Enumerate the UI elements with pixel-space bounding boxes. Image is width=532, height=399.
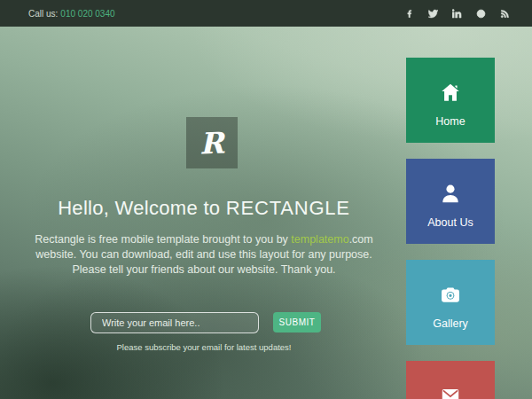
heading-light: Hello, Welcome to xyxy=(58,197,226,219)
home-icon xyxy=(439,81,462,104)
email-input[interactable] xyxy=(90,312,259,333)
twitter-icon[interactable] xyxy=(426,6,441,21)
page: Call us:010 020 0340 R Hello, Welcome to… xyxy=(0,0,532,399)
linkedin-icon[interactable] xyxy=(450,6,465,21)
facebook-icon[interactable] xyxy=(402,6,417,21)
hero-heading: Hello, Welcome to RECTANGLE xyxy=(0,197,408,220)
social-links xyxy=(402,6,512,21)
submit-button[interactable]: SUBMIT xyxy=(273,312,321,332)
sidebar-tile-home[interactable]: Home xyxy=(406,58,495,143)
templatemo-link[interactable]: templatemo xyxy=(291,233,348,246)
subscribe-note: Please subscribe your email for latest u… xyxy=(0,342,408,352)
call-us-label: Call us: xyxy=(28,9,58,19)
sidebar-tile-contact[interactable] xyxy=(406,361,495,399)
logo-letter: R xyxy=(200,125,225,160)
site-logo: R xyxy=(186,117,238,168)
phone-link[interactable]: 010 020 0340 xyxy=(60,9,114,19)
paragraph-text: Rectangle is free mobile template brough… xyxy=(35,233,291,246)
heading-strong: RECTANGLE xyxy=(226,197,350,219)
sidebar-tile-about-us[interactable]: About Us xyxy=(406,159,495,244)
sidebar-tile-label: Gallery xyxy=(433,317,468,331)
call-us: Call us:010 020 0340 xyxy=(28,9,115,19)
sidebar-tile-label: About Us xyxy=(427,216,473,230)
envelope-icon xyxy=(439,384,462,399)
user-icon xyxy=(439,182,462,205)
topbar: Call us:010 020 0340 xyxy=(0,0,532,27)
rss-icon[interactable] xyxy=(497,6,512,21)
hero-paragraph: Rectangle is free mobile template brough… xyxy=(22,232,386,278)
sidebar-tile-gallery[interactable]: Gallery xyxy=(406,260,495,345)
sidebar-tile-label: Home xyxy=(435,115,465,129)
camera-icon xyxy=(439,283,462,306)
pinterest-icon[interactable] xyxy=(473,6,489,21)
